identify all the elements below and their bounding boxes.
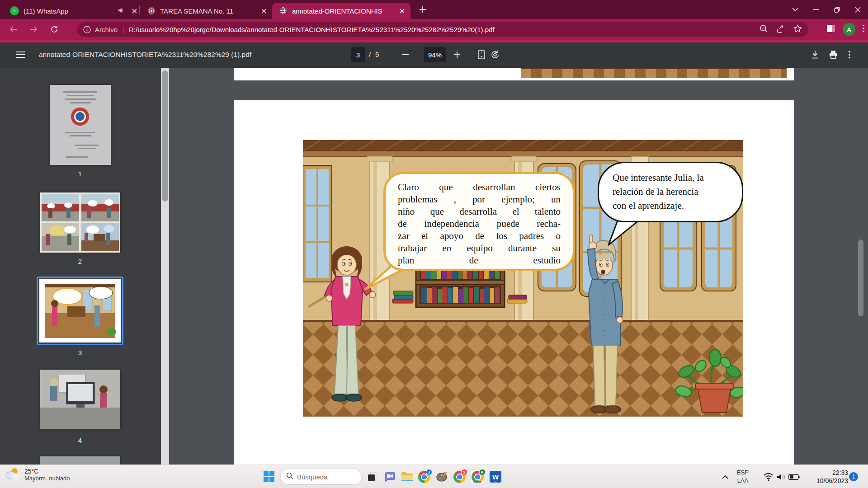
thumbnail-sidebar: 1 <box>0 68 161 465</box>
taskbar-search[interactable] <box>280 469 362 485</box>
search-input[interactable] <box>297 473 351 481</box>
tab-title: TAREA SEMANA No. 11 <box>160 7 233 15</box>
reload-icon[interactable] <box>47 22 61 37</box>
tab-tarea[interactable]: TAREA SEMANA No. 11 <box>141 3 271 19</box>
share-icon[interactable] <box>776 25 785 35</box>
page-1-label: 1 <box>66 170 94 178</box>
tab-title: annotated-ORIENTACIONHISTOR <box>292 7 382 15</box>
restore-icon[interactable] <box>826 0 847 19</box>
screen: (11) WhatsApp TAREA SEMANA No. 11 <box>0 0 868 488</box>
taskbar-weather-widget[interactable]: 25°C Mayorm. nublado <box>5 467 70 482</box>
notification-badge[interactable]: 1 <box>849 472 858 481</box>
page-3-thumbnail-active[interactable] <box>37 277 123 345</box>
page-5-thumbnail-partial[interactable] <box>40 456 120 465</box>
weather-icon <box>5 467 20 482</box>
active-app-indicator <box>473 481 481 483</box>
clock-time: 22:33 <box>809 469 848 477</box>
start-button[interactable] <box>262 469 276 484</box>
sidebar-scrollbar[interactable] <box>161 68 169 465</box>
running-indicator <box>458 481 461 483</box>
url-text: R:/usuario%20hp%20jorge/Downloads/annota… <box>129 26 495 33</box>
whatsapp-icon <box>10 6 19 15</box>
speech-bubble-julia: Claro que desarrollan ciertos problemas … <box>383 172 575 271</box>
pdf-toolbar: annotated-ORIENTACIONHISTORIETA%2311%20%… <box>0 42 868 68</box>
page-1-thumbnail[interactable] <box>50 85 111 165</box>
bubble-line: problemas , por ejemplo; un <box>398 193 561 206</box>
tray-chevron-up-icon[interactable] <box>718 469 732 484</box>
pdf-filename: annotated-ORIENTACIONHISTORIETA%2311%20%… <box>39 51 251 59</box>
download-icon[interactable] <box>807 47 823 62</box>
comic-illustration: Claro que desarrollan ciertos problemas … <box>303 140 743 417</box>
profile-badge: S <box>461 469 467 475</box>
page-2-thumbnail[interactable] <box>40 192 120 253</box>
omnibox-divider <box>123 26 123 34</box>
url-field[interactable]: Archivo R:/usuario%20hp%20jorge/Download… <box>77 22 808 37</box>
tab-close-icon[interactable] <box>398 7 406 15</box>
search-icon <box>286 472 293 481</box>
tab-title: (11) WhatsApp <box>24 7 68 15</box>
bookmark-star-icon[interactable] <box>793 24 802 35</box>
zoom-in-icon[interactable] <box>449 47 465 62</box>
bubble-line: Claro que desarrollan ciertos <box>398 181 561 193</box>
profile-avatar[interactable]: A <box>843 23 855 36</box>
address-bar: Archivo R:/usuario%20hp%20jorge/Download… <box>0 19 868 40</box>
profile-badge: J <box>426 469 432 475</box>
language-indicator[interactable]: ESP LAA <box>737 469 749 485</box>
side-panel-icon[interactable] <box>826 24 835 34</box>
back-icon[interactable] <box>6 22 21 37</box>
tab-search-chevron-icon[interactable] <box>785 0 806 19</box>
zoom-level-input[interactable]: 94% <box>424 47 446 62</box>
bubble-line: con el aprendizaje. <box>613 199 728 213</box>
chrome-profile-s-icon[interactable]: S <box>452 469 467 484</box>
new-tab-icon[interactable] <box>418 5 427 16</box>
forward-icon[interactable] <box>26 22 41 37</box>
tab-close-icon[interactable] <box>130 7 138 15</box>
chrome-profile-j-icon[interactable]: J <box>417 469 431 484</box>
taskbar: 25°C Mayorm. nublado J <box>0 465 868 488</box>
fit-page-icon[interactable] <box>474 47 489 62</box>
close-icon[interactable] <box>847 0 868 19</box>
page-2-label: 2 <box>66 258 94 265</box>
page-number-input[interactable]: 3 <box>351 47 365 62</box>
seal-favicon <box>147 7 156 15</box>
running-indicator <box>494 481 497 483</box>
bubble-line: zar el apoyo de los padres o <box>398 230 561 242</box>
bubble-line: relación de la herencia <box>613 185 728 199</box>
chrome-profile-a-icon-active[interactable]: A <box>470 469 485 484</box>
sidebar-scrollbar-thumb[interactable] <box>162 70 168 202</box>
page-4-label: 4 <box>66 436 94 444</box>
file-explorer-icon[interactable] <box>400 469 414 484</box>
paint-icon[interactable] <box>435 469 449 484</box>
page-divider: / <box>369 51 371 58</box>
info-icon[interactable] <box>83 26 91 33</box>
page-4-thumbnail[interactable] <box>40 370 120 429</box>
task-view-icon[interactable] <box>365 469 380 484</box>
language-line1: ESP <box>737 469 749 477</box>
browser-menu-icon[interactable] <box>863 24 864 34</box>
zoom-out-icon[interactable] <box>398 47 413 62</box>
tab-close-icon[interactable] <box>259 7 268 15</box>
taskbar-clock[interactable]: 22:33 10/06/2023 <box>809 469 848 485</box>
zoom-out-page-icon[interactable] <box>760 24 768 35</box>
document-scrollbar-thumb[interactable] <box>858 239 863 316</box>
tab-pdf-active[interactable]: annotated-ORIENTACIONHISTOR <box>272 3 410 19</box>
pdf-menu-icon[interactable] <box>842 47 857 62</box>
battery-icon[interactable] <box>787 469 801 484</box>
weather-temp: 25°C <box>24 468 70 475</box>
weather-condition: Mayorm. nublado <box>24 475 70 482</box>
print-icon[interactable] <box>826 47 841 62</box>
word-icon[interactable]: W <box>488 469 503 484</box>
chat-icon[interactable] <box>382 469 397 484</box>
tab-whatsapp[interactable]: (11) WhatsApp <box>4 3 138 19</box>
window-controls <box>785 0 868 19</box>
page-3-label: 3 <box>66 349 94 357</box>
bubble-line: de independencia puede recha- <box>398 218 561 230</box>
sidebar-menu-icon[interactable] <box>13 47 28 62</box>
tab-divider <box>139 5 140 14</box>
tab-audio-muted-icon[interactable] <box>118 7 125 15</box>
profile-badge: A <box>479 469 486 475</box>
rotate-icon[interactable] <box>487 47 503 62</box>
minimize-icon[interactable] <box>806 0 826 19</box>
pdf-page-2-partial <box>234 68 794 80</box>
bubble-line: Que interesante Julia, la <box>613 171 728 185</box>
